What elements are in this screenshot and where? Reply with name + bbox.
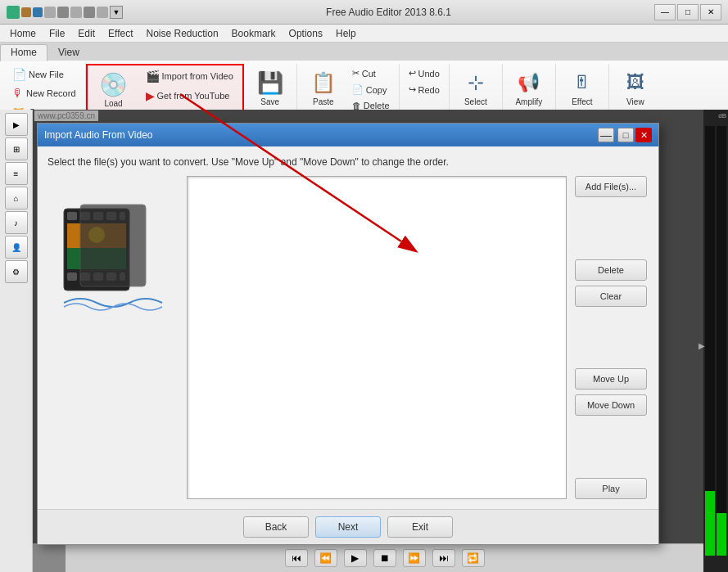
dialog-footer: Back Next Exit (38, 509, 658, 544)
dialog-close-button[interactable]: ✕ (635, 128, 652, 142)
move-down-button[interactable]: Move Down (575, 394, 647, 416)
spacer-2 (575, 312, 649, 364)
import-audio-dialog: Import Audio From Video — □ ✕ Select the… (37, 123, 659, 545)
spacer-1 (575, 202, 649, 254)
svg-rect-1 (67, 212, 77, 220)
dialog-overlay: Import Audio From Video — □ ✕ Select the… (0, 0, 728, 572)
film-graphic (56, 200, 170, 315)
dialog-title-controls: — □ ✕ (598, 128, 652, 142)
add-files-button[interactable]: Add File(s)... (575, 176, 647, 197)
back-button[interactable]: Back (243, 516, 309, 538)
play-button[interactable]: Play (575, 478, 647, 499)
dialog-action-buttons: Add File(s)... Delete Clear Move Up Move… (575, 176, 649, 499)
svg-rect-6 (67, 272, 77, 281)
dialog-main: Add File(s)... Delete Clear Move Up Move… (47, 176, 649, 499)
svg-rect-14 (80, 205, 146, 286)
move-up-button[interactable]: Move Up (575, 368, 647, 390)
dialog-title: Import Audio From Video (44, 129, 153, 141)
dialog-instruction: Select the file(s) you want to convert. … (47, 156, 649, 168)
dialog-title-bar: Import Audio From Video — □ ✕ (38, 124, 658, 146)
dialog-graphic-area (47, 176, 179, 499)
dialog-minimize-button[interactable]: — (598, 128, 614, 142)
main-window: ▼ Free Audio Editor 2013 8.6.1 — □ ✕ Hom… (0, 0, 728, 572)
delete-file-button[interactable]: Delete (575, 259, 647, 281)
next-button[interactable]: Next (315, 516, 381, 538)
dialog-file-list-area (187, 176, 567, 499)
dialog-body: Select the file(s) you want to convert. … (38, 146, 658, 509)
file-list-box[interactable] (187, 176, 567, 499)
exit-button[interactable]: Exit (387, 516, 453, 538)
spacer-3 (575, 421, 649, 473)
dialog-maximize-button[interactable]: □ (617, 128, 634, 142)
clear-files-button[interactable]: Clear (575, 286, 647, 307)
